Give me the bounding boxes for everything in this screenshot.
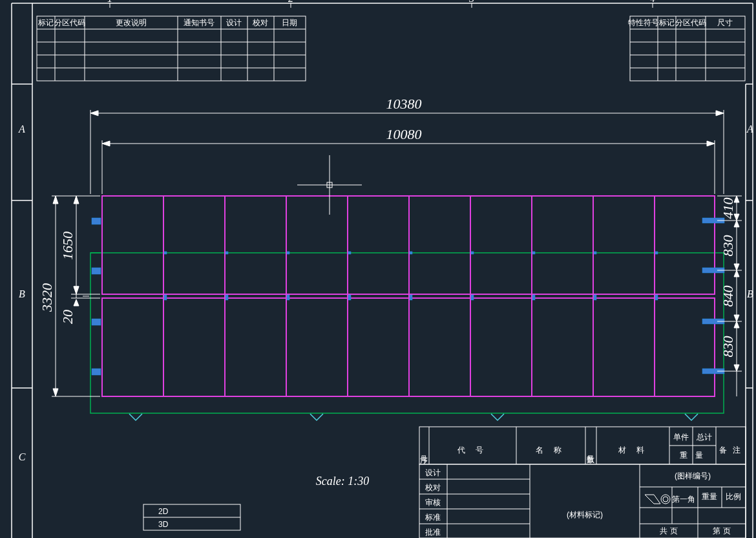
svg-text:(材料标记): (材料标记): [567, 510, 603, 519]
svg-text:设计: 设计: [226, 18, 242, 27]
svg-text:单件: 单件: [673, 433, 689, 442]
svg-text:第   页: 第 页: [713, 526, 730, 535]
svg-rect-72: [164, 252, 167, 254]
svg-rect-67: [92, 369, 101, 375]
svg-text:尺寸: 尺寸: [717, 18, 733, 27]
svg-text:4: 4: [650, 0, 655, 4]
svg-text:第一角: 第一角: [672, 495, 695, 504]
svg-text:备 注: 备 注: [719, 446, 742, 455]
svg-rect-64: [92, 218, 101, 224]
svg-rect-81: [164, 295, 167, 300]
svg-text:分区代码: 分区代码: [675, 18, 706, 27]
svg-rect-73: [226, 252, 228, 254]
dim-410: 410: [720, 198, 736, 219]
svg-rect-83: [287, 295, 289, 300]
scale-label: Scale: 1:30: [316, 475, 369, 488]
view-2d[interactable]: 2D: [158, 507, 169, 516]
svg-rect-78: [532, 252, 535, 254]
svg-rect-66: [92, 319, 101, 325]
svg-text:标记: 标记: [658, 18, 675, 27]
row-c: C: [19, 451, 26, 462]
svg-rect-89: [655, 295, 658, 300]
svg-text:总计: 总计: [696, 433, 712, 442]
svg-text:B: B: [747, 288, 753, 299]
svg-rect-87: [532, 295, 535, 300]
row-a: A: [18, 124, 25, 134]
svg-text:重 量: 重 量: [680, 451, 705, 460]
svg-text:3: 3: [468, 0, 474, 4]
svg-text:标记: 标记: [37, 18, 54, 27]
dim-840: 840: [720, 286, 736, 307]
svg-text:校对: 校对: [425, 483, 441, 492]
svg-text:材 料: 材 料: [618, 446, 647, 455]
dim-830a: 830: [720, 235, 736, 257]
svg-rect-88: [594, 295, 596, 300]
svg-rect-86: [471, 295, 474, 300]
svg-text:日期: 日期: [282, 18, 297, 27]
svg-text:共   页: 共 页: [660, 526, 677, 535]
svg-rect-82: [226, 295, 228, 300]
svg-text:特性符号: 特性符号: [628, 18, 659, 27]
cad-drawing-canvas[interactable]: 1 2 3 4 1 2 3 4 A B C A B 标记 分区代码 更: [0, 0, 756, 538]
dim-10080: 10080: [386, 126, 422, 142]
svg-rect-79: [594, 252, 596, 254]
svg-text:(图样编号): (图样编号): [675, 471, 711, 480]
view-3d[interactable]: 3D: [158, 520, 169, 529]
svg-rect-80: [655, 252, 658, 254]
svg-text:校对: 校对: [252, 18, 268, 27]
svg-rect-76: [410, 252, 412, 254]
svg-text:标准: 标准: [425, 513, 441, 522]
svg-rect-65: [92, 268, 101, 274]
svg-rect-85: [410, 295, 412, 300]
svg-text:名 称: 名 称: [536, 446, 565, 455]
svg-rect-84: [348, 295, 351, 300]
svg-rect-75: [348, 252, 351, 254]
svg-text:1: 1: [107, 0, 112, 4]
svg-text:分区代码: 分区代码: [54, 18, 85, 27]
svg-text:A: A: [746, 124, 753, 134]
svg-text:通知书号: 通知书号: [184, 18, 215, 27]
svg-text:更改说明: 更改说明: [116, 18, 147, 27]
svg-text:重量: 重量: [702, 492, 717, 501]
svg-text:设计: 设计: [425, 468, 441, 477]
dim-3320: 3320: [39, 283, 55, 312]
dim-20: 20: [59, 310, 76, 324]
dim-830b: 830: [720, 336, 736, 358]
svg-text:审核: 审核: [425, 498, 441, 507]
row-b: B: [19, 288, 25, 299]
dim-10380: 10380: [386, 96, 422, 112]
spec-table-headers: 特性符号 标记 分区代码 尺寸: [628, 18, 733, 27]
svg-text:比例: 比例: [726, 492, 741, 501]
svg-text:2: 2: [288, 0, 293, 4]
svg-rect-74: [287, 252, 289, 254]
svg-rect-77: [471, 252, 474, 254]
svg-text:批准: 批准: [425, 528, 441, 537]
svg-text:代 号: 代 号: [457, 446, 487, 455]
dim-1650: 1650: [59, 231, 76, 260]
